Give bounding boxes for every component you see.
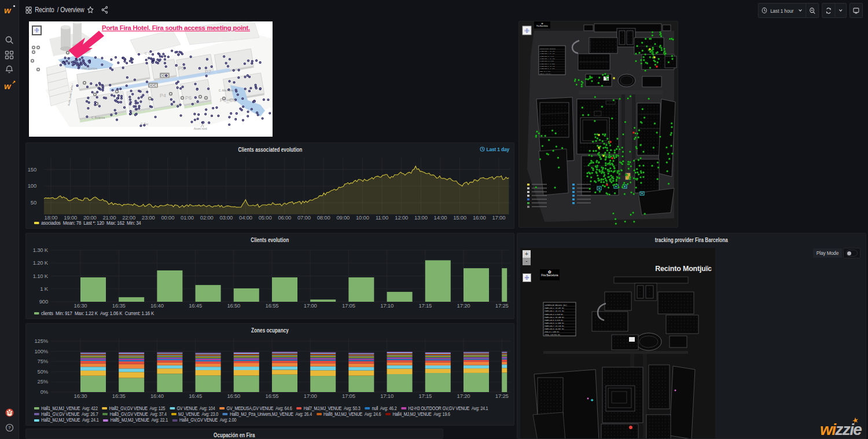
svg-text:03:00: 03:00 (219, 214, 233, 221)
svg-text:PABELLON-3 9.545: PABELLON-3 9.545 (540, 56, 554, 57)
svg-text:PABELLON-2 26.172 m2: PABELLON-2 26.172 m2 (545, 310, 564, 312)
svg-text:PABELLON-8 19.067: PABELLON-8 19.067 (540, 68, 555, 69)
svg-text:16:55: 16:55 (266, 302, 279, 309)
svg-text:17:25: 17:25 (495, 393, 509, 399)
svg-text:900: 900 (39, 298, 48, 305)
svg-text:17:20: 17:20 (457, 393, 470, 399)
svg-text:PABELLON-8 19.067 m2: PABELLON-8 19.067 m2 (545, 328, 564, 330)
svg-text:PABELLON-5 5.828 m2: PABELLON-5 5.828 m2 (545, 320, 563, 321)
svg-text:ZONA-B 2.900: ZONA-B 2.900 (540, 71, 551, 72)
svg-text:0%: 0% (41, 389, 49, 395)
svg-text:16:35: 16:35 (112, 393, 126, 399)
svg-text:?: ? (8, 425, 11, 430)
svg-text:w: w (4, 5, 12, 15)
svg-text:PABELLON-1 13.407: PABELLON-1 13.407 (540, 50, 555, 52)
svg-text:17:05: 17:05 (342, 393, 355, 399)
svg-text:PABELLON-1 13.407 m2: PABELLON-1 13.407 m2 (545, 308, 564, 309)
svg-text:17:00: 17:00 (492, 214, 506, 221)
svg-text:TOTAL 118.311: TOTAL 118.311 (540, 73, 551, 75)
svg-text:17:10: 17:10 (380, 393, 393, 399)
svg-text:1 K: 1 K (40, 286, 49, 292)
svg-text:50: 50 (31, 199, 36, 206)
svg-text:P6: P6 (185, 95, 192, 101)
svg-text:00:00: 00:00 (161, 214, 175, 221)
svg-text:16:35: 16:35 (112, 302, 126, 309)
svg-text:w: w (4, 81, 12, 91)
svg-text:100: 100 (28, 182, 36, 189)
svg-text:17:15: 17:15 (418, 393, 432, 399)
svg-text:08:00: 08:00 (317, 214, 330, 221)
svg-text:16:45: 16:45 (189, 393, 202, 399)
svg-text:PABELLON-7 13.118: PABELLON-7 13.118 (540, 65, 555, 67)
svg-text:11:00: 11:00 (376, 214, 388, 221)
svg-text:TOTAL 118.011 m2: TOTAL 118.011 m2 (545, 334, 560, 336)
svg-text:✿: ✿ (541, 23, 543, 25)
svg-text:PABELLON-4 15.408 m2: PABELLON-4 15.408 m2 (545, 317, 564, 319)
svg-text:04:00: 04:00 (239, 214, 252, 221)
svg-text:Porta Fira Hotel. Fira south a: Porta Fira Hotel. Fira south access meet… (102, 24, 250, 31)
svg-text:100%: 100% (35, 348, 49, 354)
svg-text:16:50: 16:50 (227, 393, 240, 399)
svg-text:06:00: 06:00 (278, 214, 291, 221)
svg-text:14:00: 14:00 (434, 214, 447, 221)
svg-text:10:00: 10:00 (356, 214, 369, 221)
svg-text:C. Alts Forns: C. Alts Forns (219, 89, 234, 92)
svg-text:Recinto Montjuïc: Recinto Montjuïc (655, 265, 712, 273)
svg-text:17:00: 17:00 (304, 393, 317, 399)
svg-text:ZONA-B 2.900 m2: ZONA-B 2.900 m2 (545, 331, 559, 333)
svg-text:16:40: 16:40 (150, 393, 164, 399)
svg-text:✚: ✚ (590, 398, 593, 402)
svg-text:17:05: 17:05 (342, 302, 355, 309)
svg-text:01:00: 01:00 (181, 214, 194, 221)
svg-text:17:20: 17:20 (457, 302, 470, 309)
svg-text:✙: ✙ (524, 27, 529, 34)
svg-text:PABELLON-2 26.172: PABELLON-2 26.172 (540, 53, 555, 54)
svg-text:PABELLON-4 15.408: PABELLON-4 15.408 (540, 58, 555, 60)
svg-text:16:55: 16:55 (266, 393, 279, 399)
svg-text:Accés nord: Accés nord (194, 127, 207, 130)
svg-text:125%: 125% (35, 338, 49, 344)
svg-text:17:15: 17:15 (418, 302, 432, 309)
svg-text:PABELLON-6 12.868 m2: PABELLON-6 12.868 m2 (545, 323, 564, 324)
svg-text:17:25: 17:25 (495, 302, 509, 309)
svg-text:PABELLON-6 12.868: PABELLON-6 12.868 (540, 63, 555, 65)
svg-text:16:45: 16:45 (189, 302, 202, 309)
svg-text:17:10: 17:10 (380, 302, 393, 309)
svg-text:SUPERFICIE RECINTO (m2): SUPERFICIE RECINTO (m2) (545, 304, 567, 306)
svg-text:1.10 K: 1.10 K (33, 273, 49, 279)
svg-text:02:00: 02:00 (200, 214, 214, 221)
svg-text:150: 150 (28, 166, 36, 173)
svg-text:16:30: 16:30 (74, 393, 87, 399)
svg-text:05:00: 05:00 (259, 214, 272, 221)
svg-text:1.30 K: 1.30 K (33, 247, 49, 253)
svg-text:25%: 25% (38, 378, 49, 385)
svg-text:PABELLON-5 5.828: PABELLON-5 5.828 (540, 60, 554, 62)
svg-text:CC4: CC4 (149, 83, 157, 87)
svg-text:PABELLON-3 9.545 m2: PABELLON-3 9.545 m2 (545, 314, 563, 316)
svg-text:Hall Europa: Hall Europa (82, 67, 97, 70)
svg-text:17:00: 17:00 (304, 302, 317, 309)
svg-text:23:00: 23:00 (142, 214, 155, 221)
svg-text:15:00: 15:00 (453, 214, 466, 221)
svg-text:12:00: 12:00 (395, 214, 408, 221)
svg-text:1.20 K: 1.20 K (33, 259, 49, 266)
svg-text:CC5: CC5 (161, 74, 168, 78)
svg-text:07:00: 07:00 (297, 214, 311, 221)
svg-text:Fira Barcelona: Fira Barcelona (536, 25, 548, 27)
svg-text:75%: 75% (38, 358, 49, 364)
svg-text:P4: P4 (160, 93, 166, 98)
svg-text:SUPERFICIE RECINTO: SUPERFICIE RECINTO (540, 48, 556, 50)
svg-text:PABELLON-7 13.118 m2: PABELLON-7 13.118 m2 (545, 325, 564, 327)
svg-text:16:00: 16:00 (473, 214, 486, 221)
svg-text:16:50: 16:50 (227, 302, 240, 309)
svg-text:P7: P7 (205, 69, 211, 75)
svg-text:C. Botànica: C. Botànica (91, 116, 105, 119)
svg-text:16:30: 16:30 (74, 302, 87, 309)
svg-text:50%: 50% (38, 368, 49, 375)
svg-text:16:40: 16:40 (150, 302, 164, 309)
svg-text:13:00: 13:00 (414, 214, 428, 221)
svg-text:09:00: 09:00 (336, 214, 350, 221)
